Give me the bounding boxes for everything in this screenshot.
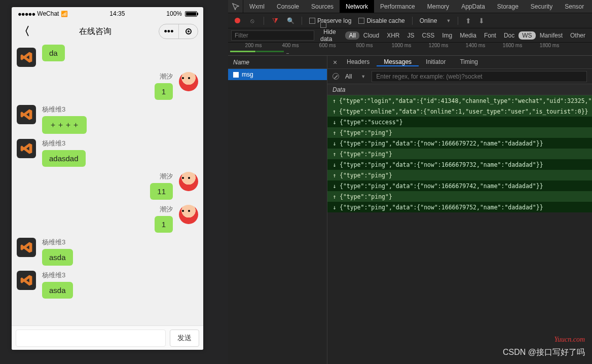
ws-frame[interactable]: ↓{"type":"success"} [327, 117, 592, 127]
avatar[interactable] [17, 139, 36, 158]
ws-frame[interactable]: ↑{"type":"online","data":{"online":1,"us… [327, 106, 592, 117]
avatar[interactable] [17, 48, 36, 67]
battery-icon [185, 11, 197, 17]
message-bubble: asda [42, 282, 73, 299]
timeline-tick: 200 ms [245, 43, 262, 48]
ws-frame-data: {"type":"online","data":{"online":1,"use… [339, 108, 588, 115]
filter-pill-media[interactable]: Media [456, 31, 480, 40]
avatar[interactable] [17, 271, 36, 290]
detail-tab-initiator[interactable]: Initiator [419, 58, 453, 65]
chat-message: 潮汐11 [17, 172, 198, 200]
detail-tab-headers[interactable]: Headers [340, 58, 377, 65]
ws-frame-data: {"type":"ping","data":{"now":1666679752,… [340, 204, 543, 211]
timeline-tick: 1200 ms [429, 43, 448, 48]
detail-tab-timing[interactable]: Timing [453, 58, 485, 65]
tab-security[interactable]: Security [525, 0, 559, 13]
websocket-icon [233, 72, 239, 78]
detail-tabs: × HeadersMessagesInitiatorTiming [327, 56, 592, 69]
avatar[interactable] [179, 205, 198, 224]
websocket-frames[interactable]: ↑{"type":"login","data":{"id":41348,"cha… [327, 95, 592, 364]
search-icon[interactable]: 🔍 [286, 17, 294, 25]
sender-name: 杨维维3 [42, 105, 87, 114]
throttling-select[interactable]: Online ▼ [420, 17, 451, 24]
request-row-msg[interactable]: msg [228, 69, 327, 80]
message-bubble: 1 [155, 83, 173, 100]
ws-frame-data: {"type":"ping","data":{"now":1666679722,… [340, 140, 543, 147]
ws-frame[interactable]: ↑{"type":"ping"} [327, 191, 592, 202]
signal-dots-icon: ●●●●● [18, 10, 35, 18]
tab-network[interactable]: Network [340, 0, 374, 13]
sender-name: 杨维维3 [42, 238, 73, 247]
capsule-close-icon[interactable] [178, 24, 198, 39]
detail-tab-messages[interactable]: Messages [377, 58, 419, 66]
arrow-up-icon: ↑ [332, 129, 337, 136]
record-icon[interactable] [233, 17, 241, 25]
ws-frame[interactable]: ↑{"type":"ping"} [327, 127, 592, 138]
messages-direction-select[interactable]: All ▼ [345, 73, 365, 80]
ws-frame[interactable]: ↑{"type":"ping"} [327, 149, 592, 159]
inspect-element-icon[interactable] [228, 0, 243, 13]
csdn-attribution: CSDN @接口写好了吗 [503, 347, 585, 358]
column-header-name[interactable]: Name [228, 56, 327, 69]
upload-har-icon[interactable]: ⬆ [465, 17, 471, 25]
ws-frame[interactable]: ↑{"type":"ping"} [327, 170, 592, 180]
message-input[interactable] [16, 330, 166, 347]
messages-regex-input[interactable] [372, 71, 587, 82]
ws-frame[interactable]: ↓{"type":"ping","data":{"now":1666679752… [327, 202, 592, 212]
ws-frame[interactable]: ↓{"type":"ping","data":{"now":1666679732… [327, 159, 592, 170]
clear-messages-icon[interactable] [332, 73, 339, 80]
tab-console[interactable]: Console [271, 0, 305, 13]
message-bubble: da [42, 45, 65, 61]
filter-pill-xhr[interactable]: XHR [383, 31, 403, 40]
avatar[interactable] [179, 72, 198, 91]
filter-pill-cloud[interactable]: Cloud [360, 31, 383, 40]
tab-wxml[interactable]: Wxml [243, 0, 271, 13]
ws-frame[interactable]: ↓{"type":"ping","data":{"now":1666679722… [327, 138, 592, 149]
column-header-data[interactable]: Data [327, 84, 592, 95]
chat-message: 杨维维3asda [17, 271, 198, 299]
chat-message: da [17, 48, 198, 67]
timeline-tick: 1400 ms [466, 43, 485, 48]
ws-frame-data: {"type":"login","data":{"id":41348,"chan… [339, 97, 592, 104]
capsule-menu-icon[interactable]: ••• [159, 24, 178, 39]
avatar[interactable] [17, 105, 36, 124]
back-icon[interactable]: 〈 [17, 22, 32, 41]
avatar[interactable] [17, 238, 36, 257]
filter-pill-other[interactable]: Other [567, 31, 589, 40]
timeline[interactable]: – 200 ms400 ms600 ms800 ms1000 ms1200 ms… [228, 43, 592, 56]
filter-pill-img[interactable]: Img [438, 31, 456, 40]
sender-name: 潮汐 [160, 72, 173, 81]
filter-pill-js[interactable]: JS [404, 31, 418, 40]
download-har-icon[interactable]: ⬇ [478, 17, 485, 25]
request-list-pane: Name msg [228, 56, 327, 364]
tab-appdata[interactable]: AppData [455, 0, 491, 13]
ws-frame[interactable]: ↑{"type":"login","data":{"id":41348,"cha… [327, 95, 592, 106]
filter-pill-all[interactable]: All [345, 31, 359, 40]
filter-pill-manifest[interactable]: Manifest [536, 31, 566, 40]
timeline-tick: 1800 ms [540, 43, 559, 48]
ws-frame-data: {"type":"success"} [340, 119, 403, 126]
arrow-up-icon: ↑ [332, 193, 337, 200]
ws-frame-data: {"type":"ping"} [340, 129, 392, 136]
filter-pill-css[interactable]: CSS [419, 31, 438, 40]
filter-pill-ws[interactable]: WS [519, 31, 535, 40]
tab-performance[interactable]: Performance [374, 0, 421, 13]
status-bar: ●●●●● WeChat 📶 14:35 100% [12, 7, 203, 20]
avatar[interactable] [179, 172, 198, 191]
devtools-tabs: WxmlConsoleSourcesNetworkPerformanceMemo… [228, 0, 592, 13]
wifi-icon: 📶 [61, 11, 68, 17]
ws-frame[interactable]: ↓{"type":"ping","data":{"now":1666679742… [327, 180, 592, 191]
tab-sensor[interactable]: Sensor [559, 0, 590, 13]
disable-cache-checkbox[interactable]: Disable cache [358, 17, 404, 24]
chat-message-list[interactable]: da潮汐1杨维维3＋＋＋＋杨维维3adasdad潮汐11潮汐1杨维维3asda杨… [12, 43, 203, 325]
tab-sources[interactable]: Sources [305, 0, 340, 13]
filter-input[interactable] [231, 30, 314, 41]
clear-icon[interactable]: ⦸ [248, 17, 256, 25]
send-button[interactable]: 发送 [170, 330, 199, 347]
filter-pill-doc[interactable]: Doc [500, 31, 518, 40]
filter-toggle-icon[interactable]: ⧩ [271, 17, 279, 25]
tab-storage[interactable]: Storage [491, 0, 525, 13]
filter-pill-font[interactable]: Font [480, 31, 500, 40]
tab-memory[interactable]: Memory [421, 0, 455, 13]
close-detail-icon[interactable]: × [330, 58, 340, 66]
